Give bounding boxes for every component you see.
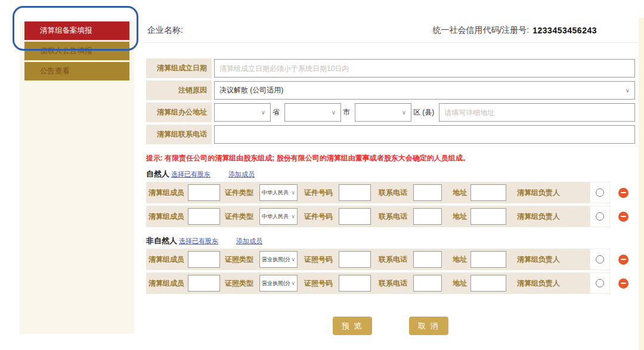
liquidation-form: 清算组成立日期 注销原因 决议解散 (公司适用) ∨ 清算组办公地址: [146, 58, 635, 144]
member-address-label: 地址: [453, 188, 470, 198]
member-phone-input[interactable]: [413, 275, 442, 292]
member-name-input[interactable]: [188, 251, 220, 268]
add-member-link[interactable]: 添加成员: [236, 237, 262, 246]
member-name-label: 清算组成员: [146, 278, 188, 289]
district-suffix-label: 区 (县): [413, 107, 434, 117]
content-right-edge: [639, 18, 644, 350]
sidebar-item-label: 清算组备案填报: [40, 26, 92, 35]
select-existing-shareholder-link[interactable]: 选择已有股东: [171, 170, 210, 179]
remove-member-button[interactable]: [618, 212, 628, 222]
province-suffix-label: 省: [273, 107, 280, 117]
action-buttons: 预 览 取 消: [146, 317, 635, 335]
leader-label: 清算组负责人: [517, 212, 566, 222]
member-name-input[interactable]: [188, 184, 220, 201]
remove-member-button[interactable]: [618, 255, 628, 265]
office-address-field: ∨ 省 ∨ 市 ∨ 区 (县): [214, 103, 635, 122]
cancel-reason-label: 注销原因: [146, 80, 212, 100]
leader-label: 清算组负责人: [517, 278, 566, 289]
cert-no-label: 证件号码: [304, 188, 339, 198]
member-phone-label: 联系电话: [379, 278, 413, 289]
chevron-down-icon: ∨: [291, 190, 295, 196]
address-detail-input[interactable]: [439, 103, 635, 122]
form-hint-text: 提示: 有限责任公司的清算组由股东组成; 股份有限公司的清算组由董事或者股东大会…: [146, 153, 639, 163]
member-address-input[interactable]: [470, 275, 506, 292]
member-address-input[interactable]: [470, 184, 506, 201]
select-existing-shareholder-link[interactable]: 选择已有股东: [179, 237, 218, 246]
natural-person-title: 自然人: [146, 169, 169, 179]
page: 清算组备案填报 债权人公告填报 公告查看 企业名称: 统一社会信用代码/注册号:…: [0, 0, 644, 350]
license-type-select[interactable]: 营业执照(分 ∨: [259, 275, 298, 292]
leader-radio[interactable]: [596, 188, 604, 197]
leader-radio-cell: [590, 272, 610, 294]
sidebar-item-creditor-announcement[interactable]: 债权人公告填报: [24, 42, 129, 60]
license-type-label: 证照类型: [225, 278, 259, 289]
office-address-label: 清算组办公地址: [146, 103, 212, 122]
license-type-value: 营业执照(分: [262, 256, 290, 264]
natural-person-section-header: 自然人 选择已有股东 添加成员: [146, 169, 639, 179]
city-suffix-label: 市: [343, 107, 350, 117]
preview-button[interactable]: 预 览: [333, 317, 372, 335]
credit-code-label: 统一社会信用代码/注册号:: [432, 25, 529, 36]
cert-no-input[interactable]: [339, 208, 371, 225]
member-row: 清算组成员 证件类型 中华人民共 ∨ 证件号码 联系电话 地址 清算组负责人: [146, 206, 610, 227]
minus-icon: [621, 259, 626, 261]
sidebar-item-label: 公告查看: [40, 67, 70, 75]
member-phone-label: 联系电话: [379, 255, 413, 265]
member-phone-input[interactable]: [413, 251, 442, 268]
sidebar-item-liquidation-filing[interactable]: 清算组备案填报: [24, 21, 129, 40]
license-type-select[interactable]: 营业执照(分 ∨: [259, 251, 298, 268]
cert-type-select[interactable]: 中华人民共 ∨: [259, 208, 298, 225]
member-row: 清算组成员 证件类型 中华人民共 ∨ 证件号码 联系电话 地址 清算组负责人: [146, 182, 610, 203]
member-address-input[interactable]: [470, 251, 506, 268]
contact-phone-label: 清算组联系电话: [146, 125, 212, 144]
city-select[interactable]: ∨: [284, 103, 341, 122]
cancel-button[interactable]: 取 消: [409, 317, 448, 335]
province-select[interactable]: ∨: [214, 103, 271, 122]
leader-radio[interactable]: [596, 212, 604, 221]
add-member-link[interactable]: 添加成员: [228, 170, 255, 179]
member-phone-label: 联系电话: [379, 212, 413, 222]
form-row-office-address: 清算组办公地址 ∨ 省 ∨ 市 ∨ 区: [146, 103, 635, 122]
leader-radio[interactable]: [596, 279, 604, 287]
cert-no-input[interactable]: [339, 184, 371, 201]
leader-label: 清算组负责人: [517, 188, 566, 198]
cert-type-select[interactable]: 中华人民共 ∨: [259, 184, 298, 201]
member-phone-label: 联系电话: [379, 188, 413, 198]
leader-radio[interactable]: [596, 255, 604, 264]
natural-member-row-2: 清算组成员 证件类型 中华人民共 ∨ 证件号码 联系电话 地址 清算组负责人: [146, 206, 639, 227]
credit-code-group: 统一社会信用代码/注册号: 1233453456243: [432, 25, 597, 36]
license-no-input[interactable]: [339, 275, 371, 292]
district-select[interactable]: ∨: [355, 103, 411, 122]
cert-no-label: 证件号码: [304, 212, 339, 222]
sidebar-item-label: 债权人公告填报: [40, 47, 92, 55]
remove-member-button[interactable]: [618, 188, 628, 198]
chevron-down-icon: ∨: [402, 109, 406, 116]
sidebar-item-announcement-view[interactable]: 公告查看: [24, 62, 129, 80]
member-name-input[interactable]: [188, 275, 220, 292]
cancel-reason-value: 决议解散 (公司适用): [219, 85, 283, 95]
leader-radio-cell: [590, 249, 610, 270]
member-address-label: 地址: [453, 212, 470, 222]
member-row: 清算组成员 证照类型 营业执照(分 ∨ 证照号码 联系电话 地址 清算组负责人: [146, 249, 610, 270]
member-address-input[interactable]: [470, 208, 506, 225]
member-name-label: 清算组成员: [146, 255, 188, 265]
chevron-down-icon: ∨: [626, 87, 630, 94]
license-type-value: 营业执照(分: [262, 280, 290, 287]
leader-radio-cell: [590, 182, 610, 203]
non-natural-member-row-1: 清算组成员 证照类型 营业执照(分 ∨ 证照号码 联系电话 地址 清算组负责人: [146, 249, 639, 270]
contact-phone-input[interactable]: [214, 125, 635, 144]
member-name-input[interactable]: [188, 208, 220, 225]
member-phone-input[interactable]: [413, 208, 442, 225]
member-row: 清算组成员 证照类型 营业执照(分 ∨ 证照号码 联系电话 地址 清算组负责人: [146, 272, 610, 294]
cert-type-value: 中华人民共: [262, 213, 289, 221]
establish-date-input[interactable]: [214, 59, 635, 78]
establish-date-field: [214, 58, 635, 78]
non-natural-person-section-header: 非自然人 选择已有股东 添加成员: [146, 236, 639, 246]
establish-date-label: 清算组成立日期: [146, 58, 212, 78]
cert-type-label: 证件类型: [225, 212, 259, 222]
member-phone-input[interactable]: [413, 184, 442, 201]
minus-icon: [621, 216, 626, 218]
cancel-reason-select[interactable]: 决议解散 (公司适用) ∨: [214, 81, 635, 100]
remove-member-button[interactable]: [618, 278, 628, 289]
license-no-input[interactable]: [339, 251, 371, 268]
